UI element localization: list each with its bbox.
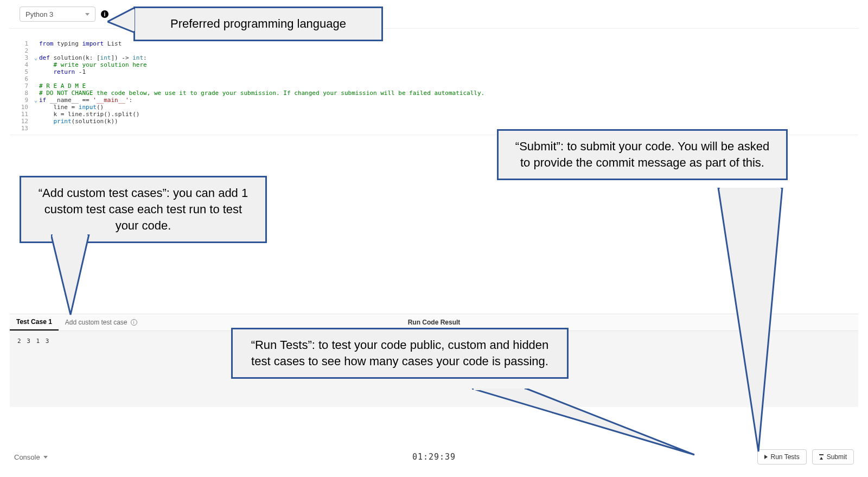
upload-icon <box>819 454 824 460</box>
callout-add-test: “Add custom test cases”: you can add 1 c… <box>20 176 267 243</box>
callout-tail <box>51 234 100 316</box>
line-number: 7 <box>20 82 33 90</box>
line-number: 6 <box>20 75 33 82</box>
test-input-value[interactable]: 2 3 1 3 <box>17 338 50 345</box>
line-number: 12 <box>20 118 33 125</box>
chevron-down-icon <box>85 13 90 16</box>
svg-rect-5 <box>720 188 781 189</box>
svg-rect-3 <box>53 234 87 236</box>
callout-submit: “Submit”: to submit your code. You will … <box>497 129 788 180</box>
svg-marker-4 <box>718 188 782 451</box>
language-label: Python 3 <box>25 10 53 18</box>
line-number: 4 <box>20 61 33 68</box>
callout-run-tests: “Run Tests”: to test your code public, c… <box>231 328 569 379</box>
svg-marker-0 <box>107 8 135 33</box>
line-number: 9 <box>20 97 33 104</box>
callout-tail <box>107 8 135 39</box>
language-select[interactable]: Python 3 <box>20 7 95 22</box>
line-number: 1 <box>20 40 33 47</box>
svg-marker-6 <box>472 389 694 455</box>
line-number: 10 <box>20 104 33 111</box>
tab-test-case-1[interactable]: Test Case 1 <box>10 314 59 330</box>
console-toggle[interactable]: Console <box>14 453 48 461</box>
timer: 01:29:39 <box>412 452 456 462</box>
code-editor[interactable]: 1from typing import List 2 3⌄def solutio… <box>20 40 858 132</box>
svg-rect-7 <box>474 389 525 390</box>
svg-rect-1 <box>133 9 135 31</box>
add-custom-test-case[interactable]: Add custom test case i <box>59 319 144 326</box>
line-number: 3 <box>20 54 33 61</box>
fold-icon[interactable]: ⌄ <box>33 54 39 61</box>
play-icon <box>764 455 768 459</box>
line-number: 8 <box>20 90 33 97</box>
line-number: 11 <box>20 111 33 118</box>
svg-marker-2 <box>51 234 89 315</box>
run-code-result-label: Run Code Result <box>408 319 461 326</box>
callout-language: Preferred programming language <box>133 7 383 41</box>
fold-icon[interactable]: ⌄ <box>33 97 39 104</box>
line-number: 13 <box>20 125 33 132</box>
submit-button[interactable]: Submit <box>812 449 854 465</box>
callout-tail <box>716 188 787 454</box>
line-number: 5 <box>20 68 33 75</box>
callout-tail <box>472 389 700 459</box>
chevron-down-icon <box>43 456 48 459</box>
line-number: 2 <box>20 47 33 54</box>
info-icon: i <box>131 319 137 326</box>
